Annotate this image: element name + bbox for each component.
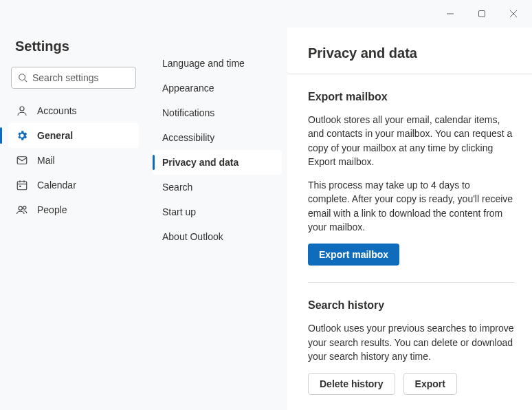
subnav-label: About Outlook [162,231,223,242]
content-header: Privacy and data [287,28,532,74]
calendar-icon [15,178,29,192]
mail-icon [15,153,29,167]
export-mailbox-button[interactable]: Export mailbox [308,244,399,266]
search-settings-wrap [11,67,136,89]
minimize-icon [446,10,454,18]
sidebar-item-accounts[interactable]: Accounts [8,98,139,123]
sidebar-item-calendar[interactable]: Calendar [8,173,139,197]
subnav-label: Notifications [162,107,214,118]
section-paragraph: Outlook stores all your email, calendar … [308,113,514,169]
gear-icon [15,129,29,142]
delete-history-button[interactable]: Delete history [308,373,395,395]
section-search-history: Search history Outlook uses your previou… [308,282,514,410]
section-paragraph: Outlook uses your previous searches to i… [308,321,514,363]
svg-point-13 [19,206,22,210]
svg-point-14 [23,206,26,209]
sidebar-item-label: Accounts [37,105,77,116]
section-paragraph: This process may take up to 4 days to co… [308,178,514,234]
subnav-label: Search [162,182,192,193]
page-title: Privacy and data [308,45,514,61]
close-icon [509,10,518,18]
subnav-label: Accessibility [162,132,214,143]
settings-layout: Settings Accounts General Mail [0,28,532,410]
svg-rect-1 [479,11,485,17]
sidebar-item-people[interactable]: People [8,197,139,222]
window-minimize-button[interactable] [434,3,466,25]
person-icon [15,104,29,118]
sidebar-item-general[interactable]: General [8,123,139,148]
svg-point-6 [20,107,24,111]
sidebar-item-label: General [37,130,73,141]
settings-title: Settings [8,39,139,54]
sidebar-item-label: Calendar [37,180,76,191]
sidebar-item-label: Mail [37,155,55,166]
content-body: Export mailbox Outlook stores all your e… [287,74,532,410]
subnav-startup[interactable]: Start up [153,199,282,224]
settings-content: Privacy and data Export mailbox Outlook … [287,28,532,410]
search-settings-input[interactable] [11,67,136,89]
window-titlebar [0,0,532,28]
section-heading: Export mailbox [308,91,514,103]
people-icon [15,203,29,217]
window-maximize-button[interactable] [466,3,498,25]
subnav-label: Privacy and data [162,157,239,168]
search-icon [18,73,27,83]
button-row: Delete history Export [308,373,514,395]
subnav-privacy-data[interactable]: Privacy and data [153,150,282,175]
maximize-icon [478,10,486,18]
section-export-mailbox: Export mailbox Outlook stores all your e… [308,74,514,282]
subnav-label: Language and time [162,58,245,69]
subnav-accessibility[interactable]: Accessibility [153,125,282,150]
subnav-notifications[interactable]: Notifications [153,100,282,125]
subnav-about-outlook[interactable]: About Outlook [153,224,282,249]
window-close-button[interactable] [498,3,529,25]
subnav-search[interactable]: Search [153,175,282,199]
settings-sidebar: Settings Accounts General Mail [0,28,147,410]
subnav-label: Start up [162,206,196,217]
settings-subnav: Language and time Appearance Notificatio… [147,28,287,410]
svg-line-5 [25,80,27,83]
subnav-label: Appearance [162,83,214,94]
sidebar-item-mail[interactable]: Mail [8,148,139,173]
subnav-language-time[interactable]: Language and time [153,51,282,76]
svg-rect-8 [17,182,27,190]
svg-rect-7 [17,157,27,164]
sidebar-item-label: People [37,204,67,215]
export-history-button[interactable]: Export [403,373,457,395]
svg-point-4 [19,74,25,80]
section-heading: Search history [308,299,514,312]
subnav-appearance[interactable]: Appearance [153,76,282,100]
svg-rect-12 [19,186,21,187]
